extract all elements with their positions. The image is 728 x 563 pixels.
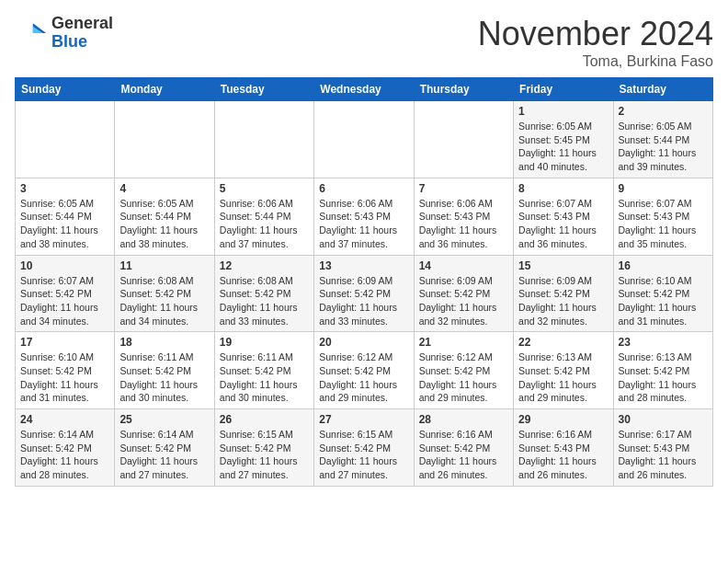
day-cell: 17Sunrise: 6:10 AMSunset: 5:42 PMDayligh… [16,332,115,409]
day-info: Sunrise: 6:09 AMSunset: 5:42 PMDaylight:… [518,274,608,328]
header-cell-monday: Monday [115,78,214,101]
day-number: 11 [119,259,209,272]
day-cell: 9Sunrise: 6:07 AMSunset: 5:43 PMDaylight… [613,178,712,255]
day-cell: 5Sunrise: 6:06 AMSunset: 5:44 PMDaylight… [214,178,313,255]
day-cell [214,101,313,178]
day-info: Sunrise: 6:13 AMSunset: 5:42 PMDaylight:… [518,350,608,405]
day-number: 5 [220,182,309,195]
day-cell: 23Sunrise: 6:13 AMSunset: 5:42 PMDayligh… [613,332,712,409]
day-cell: 1Sunrise: 6:05 AMSunset: 5:45 PMDaylight… [514,101,613,178]
day-info: Sunrise: 6:08 AMSunset: 5:42 PMDaylight:… [220,274,309,328]
week-row-3: 10Sunrise: 6:07 AMSunset: 5:42 PMDayligh… [16,255,713,332]
day-number: 2 [619,105,708,118]
day-cell: 18Sunrise: 6:11 AMSunset: 5:42 PMDayligh… [115,332,214,409]
week-row-4: 17Sunrise: 6:10 AMSunset: 5:42 PMDayligh… [16,332,713,409]
week-row-2: 3Sunrise: 6:05 AMSunset: 5:44 PMDaylight… [16,178,713,255]
day-cell: 26Sunrise: 6:15 AMSunset: 5:42 PMDayligh… [214,409,313,487]
day-cell: 20Sunrise: 6:12 AMSunset: 5:42 PMDayligh… [314,332,414,409]
day-info: Sunrise: 6:06 AMSunset: 5:44 PMDaylight:… [220,197,309,251]
day-info: Sunrise: 6:07 AMSunset: 5:43 PMDaylight:… [518,197,608,251]
day-cell: 12Sunrise: 6:08 AMSunset: 5:42 PMDayligh… [214,255,313,332]
day-cell [314,101,414,178]
day-info: Sunrise: 6:05 AMSunset: 5:44 PMDaylight:… [20,197,109,251]
day-cell: 16Sunrise: 6:10 AMSunset: 5:42 PMDayligh… [613,255,712,332]
month-title: November 2024 [478,15,713,53]
day-number: 30 [619,413,708,426]
logo: General Blue [15,15,113,52]
day-cell: 19Sunrise: 6:11 AMSunset: 5:42 PMDayligh… [214,332,313,409]
day-cell: 29Sunrise: 6:16 AMSunset: 5:43 PMDayligh… [514,409,613,487]
day-info: Sunrise: 6:12 AMSunset: 5:42 PMDaylight:… [419,350,508,405]
day-info: Sunrise: 6:07 AMSunset: 5:42 PMDaylight:… [20,274,109,328]
day-number: 28 [419,413,508,426]
day-info: Sunrise: 6:13 AMSunset: 5:42 PMDaylight:… [619,350,708,405]
day-info: Sunrise: 6:08 AMSunset: 5:42 PMDaylight:… [119,274,209,328]
logo-icon [15,17,48,50]
day-info: Sunrise: 6:10 AMSunset: 5:42 PMDaylight:… [20,350,109,405]
header-cell-sunday: Sunday [16,78,115,101]
day-cell [115,101,214,178]
day-number: 1 [518,105,608,118]
day-info: Sunrise: 6:15 AMSunset: 5:42 PMDaylight:… [220,428,309,482]
day-cell [16,101,115,178]
day-number: 7 [419,182,508,195]
day-cell [414,101,513,178]
day-number: 15 [518,259,608,272]
day-info: Sunrise: 6:15 AMSunset: 5:42 PMDaylight:… [319,428,408,482]
day-number: 4 [119,182,209,195]
day-number: 13 [319,259,408,272]
day-cell: 4Sunrise: 6:05 AMSunset: 5:44 PMDaylight… [115,178,214,255]
day-info: Sunrise: 6:16 AMSunset: 5:43 PMDaylight:… [518,428,608,482]
day-cell: 30Sunrise: 6:17 AMSunset: 5:43 PMDayligh… [613,409,712,487]
day-cell: 7Sunrise: 6:06 AMSunset: 5:43 PMDaylight… [414,178,513,255]
week-row-1: 1Sunrise: 6:05 AMSunset: 5:45 PMDaylight… [16,101,713,178]
day-info: Sunrise: 6:17 AMSunset: 5:43 PMDaylight:… [619,428,708,482]
day-cell: 22Sunrise: 6:13 AMSunset: 5:42 PMDayligh… [514,332,613,409]
header-cell-saturday: Saturday [613,78,712,101]
day-number: 10 [20,259,109,272]
calendar-table: SundayMondayTuesdayWednesdayThursdayFrid… [15,77,713,487]
day-number: 20 [319,336,408,349]
day-cell: 6Sunrise: 6:06 AMSunset: 5:43 PMDaylight… [314,178,414,255]
day-cell: 21Sunrise: 6:12 AMSunset: 5:42 PMDayligh… [414,332,513,409]
day-number: 16 [619,259,708,272]
day-number: 8 [518,182,608,195]
header-cell-wednesday: Wednesday [314,78,414,101]
header-cell-friday: Friday [514,78,613,101]
day-cell: 13Sunrise: 6:09 AMSunset: 5:42 PMDayligh… [314,255,414,332]
title-block: November 2024 Toma, Burkina Faso [478,15,713,70]
calendar-header: SundayMondayTuesdayWednesdayThursdayFrid… [16,78,713,101]
header-cell-thursday: Thursday [414,78,513,101]
logo-text: General Blue [51,15,113,52]
day-cell: 24Sunrise: 6:14 AMSunset: 5:42 PMDayligh… [16,409,115,487]
day-cell: 15Sunrise: 6:09 AMSunset: 5:42 PMDayligh… [514,255,613,332]
day-info: Sunrise: 6:10 AMSunset: 5:42 PMDaylight:… [619,274,708,328]
day-info: Sunrise: 6:06 AMSunset: 5:43 PMDaylight:… [419,197,508,251]
day-info: Sunrise: 6:16 AMSunset: 5:42 PMDaylight:… [419,428,508,482]
day-number: 22 [518,336,608,349]
day-cell: 25Sunrise: 6:14 AMSunset: 5:42 PMDayligh… [115,409,214,487]
day-number: 17 [20,336,109,349]
day-info: Sunrise: 6:05 AMSunset: 5:44 PMDaylight:… [119,197,209,251]
day-info: Sunrise: 6:07 AMSunset: 5:43 PMDaylight:… [619,197,708,251]
day-number: 19 [220,336,309,349]
location: Toma, Burkina Faso [478,53,713,70]
page-header: General Blue November 2024 Toma, Burkina… [15,15,713,70]
day-cell: 14Sunrise: 6:09 AMSunset: 5:42 PMDayligh… [414,255,513,332]
calendar-body: 1Sunrise: 6:05 AMSunset: 5:45 PMDaylight… [16,101,713,487]
day-number: 6 [319,182,408,195]
header-row: SundayMondayTuesdayWednesdayThursdayFrid… [16,78,713,101]
day-number: 9 [619,182,708,195]
day-cell: 3Sunrise: 6:05 AMSunset: 5:44 PMDaylight… [16,178,115,255]
day-number: 12 [220,259,309,272]
day-number: 29 [518,413,608,426]
day-number: 21 [419,336,508,349]
day-info: Sunrise: 6:05 AMSunset: 5:45 PMDaylight:… [518,120,608,174]
day-info: Sunrise: 6:14 AMSunset: 5:42 PMDaylight:… [20,428,109,482]
day-info: Sunrise: 6:09 AMSunset: 5:42 PMDaylight:… [419,274,508,328]
day-cell: 27Sunrise: 6:15 AMSunset: 5:42 PMDayligh… [314,409,414,487]
day-info: Sunrise: 6:11 AMSunset: 5:42 PMDaylight:… [220,350,309,405]
day-info: Sunrise: 6:11 AMSunset: 5:42 PMDaylight:… [119,350,209,405]
day-number: 18 [119,336,209,349]
day-number: 24 [20,413,109,426]
